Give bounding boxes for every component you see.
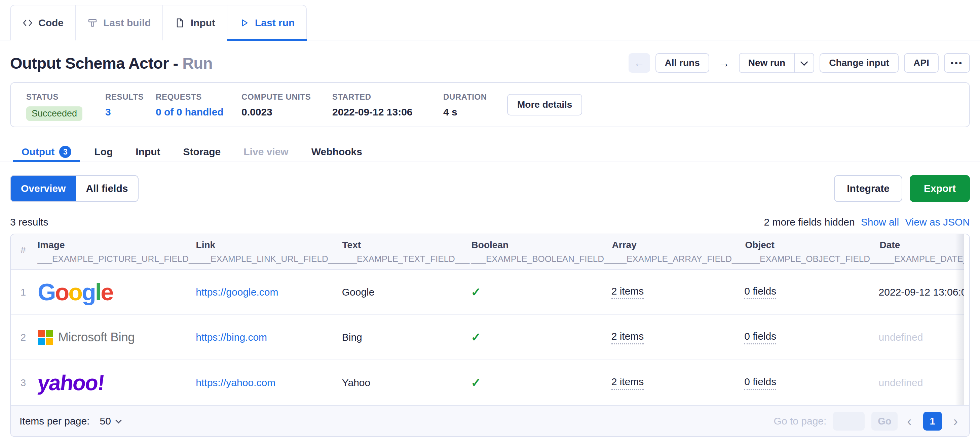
link-cell: https://bing.com xyxy=(196,332,342,343)
chevron-down-icon xyxy=(800,58,808,66)
boolean-cell: ✓ xyxy=(466,376,611,390)
link-cell: https://yahoo.com xyxy=(196,377,342,388)
actor-tab-group: Code Last build Input Last run xyxy=(10,5,307,40)
text-cell: Bing xyxy=(342,332,466,343)
new-run-dropdown-button[interactable] xyxy=(794,54,813,72)
view-as-json-link[interactable]: View as JSON xyxy=(905,216,970,228)
boolean-cell: ✓ xyxy=(466,330,611,344)
status-badge: Succeeded xyxy=(26,106,83,121)
tab-last-build[interactable]: Last build xyxy=(76,5,163,40)
header-link: Link ___EXAMPLE_LINK_URL_FIELD___ xyxy=(196,234,342,269)
new-run-button[interactable]: New run xyxy=(740,54,794,72)
array-cell: 2 items xyxy=(611,331,744,344)
boolean-cell: ✓ xyxy=(466,285,611,299)
go-to-page-input[interactable] xyxy=(833,412,865,431)
vertical-scrollbar-track[interactable] xyxy=(964,234,969,405)
items-per-page-select[interactable]: 50 xyxy=(100,415,120,427)
array-value[interactable]: 2 items xyxy=(611,286,644,299)
text-cell: Yahoo xyxy=(342,377,466,388)
stat-results: RESULTS 3 xyxy=(105,92,156,118)
new-run-split-button: New run xyxy=(739,53,814,73)
table-header-row: # Image ___EXAMPLE_PICTURE_URL_FIELD___ … xyxy=(11,234,970,270)
table-footer: Items per page: 50 Go to page: Go ‹ 1 › xyxy=(11,405,969,436)
go-button[interactable]: Go xyxy=(871,412,897,431)
array-value[interactable]: 2 items xyxy=(611,331,644,344)
row-link[interactable]: https://bing.com xyxy=(196,332,267,343)
next-page-icon[interactable]: › xyxy=(951,414,961,428)
export-button[interactable]: Export xyxy=(910,175,970,202)
tab-input[interactable]: Input xyxy=(163,5,228,40)
row-index: 1 xyxy=(11,287,38,298)
tab-output[interactable]: Output 3 xyxy=(13,141,80,162)
google-logo: Google xyxy=(38,279,113,305)
tab-code[interactable]: Code xyxy=(11,5,76,40)
output-count-badge: 3 xyxy=(59,146,71,158)
date-cell: 2022-09-12 13:06:0 xyxy=(879,286,970,298)
date-cell: undefined xyxy=(879,377,970,388)
array-value[interactable]: 2 items xyxy=(611,376,644,390)
row-index: 3 xyxy=(11,377,38,388)
previous-page-icon[interactable]: ‹ xyxy=(904,414,914,428)
hidden-fields-text: 2 more fields hidden xyxy=(764,216,855,228)
tab-last-run[interactable]: Last run xyxy=(228,5,306,40)
stat-duration: DURATION 4 s xyxy=(443,92,484,118)
next-run-button[interactable]: → xyxy=(715,53,733,73)
integrate-button[interactable]: Integrate xyxy=(834,175,902,202)
object-value[interactable]: 0 fields xyxy=(744,376,776,390)
more-details-button[interactable]: More details xyxy=(507,94,582,115)
tab-last-run-label: Last run xyxy=(255,17,294,29)
object-value[interactable]: 0 fields xyxy=(744,331,776,344)
table-row: 1 Google https://google.com Google ✓ 2 i… xyxy=(11,270,970,315)
array-cell: 2 items xyxy=(611,376,744,390)
microsoft-logo-icon xyxy=(38,330,53,345)
header-object: Object ___EXAMPLE_OBJECT_FIELD___ xyxy=(745,234,880,269)
check-icon: ✓ xyxy=(471,376,481,390)
tab-live-view: Live view xyxy=(235,141,297,162)
tab-input-label: Input xyxy=(191,17,215,29)
text-cell: Google xyxy=(342,286,466,298)
tab-storage[interactable]: Storage xyxy=(175,141,230,162)
image-cell: Google xyxy=(38,280,196,304)
run-tab-bar: Output 3 Log Input Storage Live view Web… xyxy=(0,141,980,162)
results-table: # Image ___EXAMPLE_PICTURE_URL_FIELD___ … xyxy=(10,233,970,437)
current-page-button[interactable]: 1 xyxy=(923,412,942,431)
previous-run-button[interactable]: ← xyxy=(628,53,650,73)
object-value[interactable]: 0 fields xyxy=(744,286,776,299)
header-array: Array ___EXAMPLE_ARRAY_FIELD___ xyxy=(612,234,745,269)
check-icon: ✓ xyxy=(471,330,481,344)
image-cell: Microsoft Bing xyxy=(38,330,196,345)
play-icon xyxy=(239,18,250,28)
file-icon xyxy=(175,18,185,28)
header-text: Text ___EXAMPLE_TEXT_FIELD___ xyxy=(342,234,467,269)
all-runs-button[interactable]: All runs xyxy=(655,53,709,73)
ellipsis-icon: ••• xyxy=(951,58,963,68)
show-all-link[interactable]: Show all xyxy=(861,216,899,228)
code-icon xyxy=(22,18,33,28)
all-fields-toggle[interactable]: All fields xyxy=(76,176,138,201)
array-cell: 2 items xyxy=(611,286,744,299)
change-input-button[interactable]: Change input xyxy=(819,53,899,73)
tab-log[interactable]: Log xyxy=(86,141,121,162)
results-info-row: 3 results 2 more fields hidden Show all … xyxy=(10,216,970,229)
title-run-suffix: Run xyxy=(182,54,213,72)
header-boolean: Boolean ___EXAMPLE_BOOLEAN_FIELD___ xyxy=(467,234,612,269)
tab-last-build-label: Last build xyxy=(103,17,151,29)
stat-started: STARTED 2022-09-12 13:06 xyxy=(332,92,443,118)
header-date: Date ___EXAMPLE_DATE_FIELD___ xyxy=(880,234,970,269)
row-link[interactable]: https://google.com xyxy=(196,286,278,297)
api-button[interactable]: API xyxy=(904,53,939,73)
tab-run-input[interactable]: Input xyxy=(127,141,169,162)
title-dash: - xyxy=(173,54,178,72)
row-link[interactable]: https://yahoo.com xyxy=(196,377,275,388)
more-actions-button[interactable]: ••• xyxy=(944,53,970,73)
table-row: 3 yahoo! https://yahoo.com Yahoo ✓ 2 ite… xyxy=(11,360,970,405)
overview-toggle[interactable]: Overview xyxy=(11,176,76,201)
row-index: 2 xyxy=(11,332,38,343)
page-title: Output Schema Actor - Run xyxy=(10,54,213,72)
title-row: Output Schema Actor - Run ← All runs → N… xyxy=(10,53,970,74)
tab-webhooks[interactable]: Webhooks xyxy=(303,141,371,162)
tab-code-label: Code xyxy=(38,17,64,29)
date-cell: undefined xyxy=(879,332,970,343)
requests-link[interactable]: 0 of 0 handled xyxy=(156,106,242,118)
results-link[interactable]: 3 xyxy=(105,106,156,118)
